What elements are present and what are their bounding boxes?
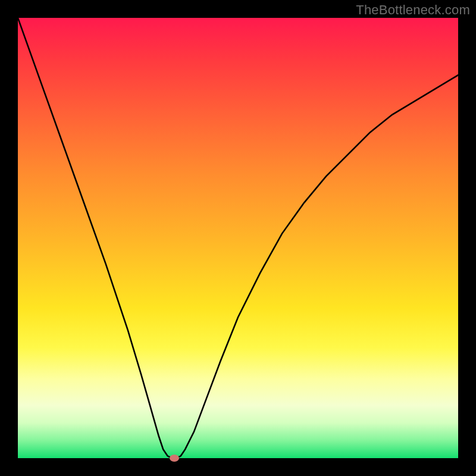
plot-area <box>18 18 458 458</box>
chart-frame: TheBottleneck.com <box>0 0 476 476</box>
watermark-text: TheBottleneck.com <box>356 2 470 18</box>
optimal-point-marker <box>170 455 179 462</box>
bottleneck-curve <box>18 18 458 458</box>
curve-svg <box>18 18 458 458</box>
